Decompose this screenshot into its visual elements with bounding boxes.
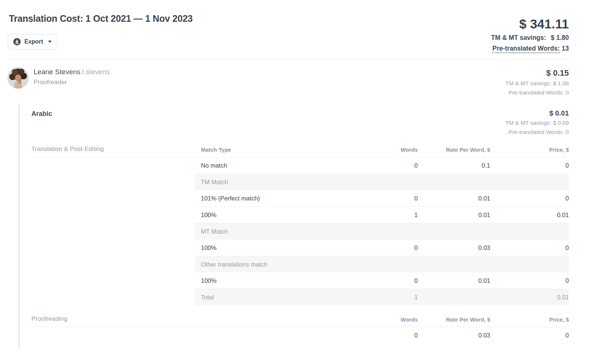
grand-total: $ 341.11 xyxy=(491,17,569,31)
column-header-words: Words xyxy=(337,147,418,153)
match-type-cell: No match xyxy=(195,162,337,169)
language-totals: $ 0.01 TM & MT savings: $ 0.09 Pre-trans… xyxy=(505,109,569,135)
match-group-label: TM Match xyxy=(195,179,337,186)
rate-cell: 0.01 xyxy=(418,212,490,219)
match-type-cell: 100% xyxy=(195,244,337,251)
column-header-price: Price, $ xyxy=(490,316,569,323)
user-tm-mt-savings: TM & MT savings: $ 1.08 xyxy=(505,80,569,87)
match-group-label: Other translations match xyxy=(195,261,337,268)
user-names: Leane Stevens l.stevens Proofreader xyxy=(34,67,110,96)
words-cell: 0 xyxy=(337,162,418,169)
rate-cell: 0.03 xyxy=(418,332,490,339)
user-name: Leane Stevens xyxy=(34,68,81,76)
user-role: Proofreader xyxy=(34,79,110,86)
words-cell: 0 xyxy=(337,244,418,251)
rate-cell: 0.01 xyxy=(418,277,490,284)
table-row: 100% 1 0.01 0.01 xyxy=(195,207,569,223)
words-cell: 0 xyxy=(337,277,418,284)
user-totals: $ 0.15 TM & MT savings: $ 1.08 Pre-trans… xyxy=(505,67,569,96)
service-translation-post-editing: Translation & Post-Editing Match Type Wo… xyxy=(31,145,569,305)
price-cell: 0 xyxy=(490,244,569,251)
tm-mt-savings-label: TM & MT savings: xyxy=(491,34,546,41)
price-cell: 0 xyxy=(490,162,569,169)
match-group-label: MT Match xyxy=(195,228,337,235)
language-header: Arabic $ 0.01 TM & MT savings: $ 0.09 Pr… xyxy=(31,104,569,135)
user-info: Leane Stevens l.stevens Proofreader xyxy=(7,67,110,96)
language-section-arabic: Arabic $ 0.01 TM & MT savings: $ 0.09 Pr… xyxy=(18,104,569,350)
table-header-row: Proofreading Words Rate Per Word, $ Pric… xyxy=(31,315,569,327)
column-header-words: Words xyxy=(337,316,418,323)
translation-cost-report: Translation Cost: 1 Oct 2021 — 1 Nov 202… xyxy=(0,0,591,364)
service-label: Translation & Post-Editing xyxy=(31,145,195,153)
export-label: Export xyxy=(24,38,43,45)
words-cell: 0 xyxy=(337,195,418,202)
rate-cell: 0.1 xyxy=(418,162,490,169)
rate-cell: 0.03 xyxy=(418,244,490,251)
table-body: 0 0.03 0 xyxy=(195,327,569,344)
match-type-cell: 100% xyxy=(195,277,337,284)
user-row: Leane Stevens l.stevens Proofreader $ 0.… xyxy=(7,59,569,96)
match-group-row: Other translations match xyxy=(195,256,569,272)
report-header-totals: $ 341.11 TM & MT savings:$ 1.80 Pre-tran… xyxy=(491,10,569,53)
price-cell: 0.01 xyxy=(490,212,569,219)
language-tm-mt-savings: TM & MT savings: $ 0.09 xyxy=(505,120,569,127)
service-proofreading: Proofreading Words Rate Per Word, $ Pric… xyxy=(31,315,569,344)
words-cell: 1 xyxy=(337,294,418,301)
pretranslated-words-summary: Pre-translated Words:13 xyxy=(491,45,569,53)
table-row: No match 0 0.1 0 xyxy=(195,157,569,174)
price-cell: 0 xyxy=(490,195,569,202)
table-row: 101% (Perfect match) 0 0.01 0 xyxy=(195,190,569,207)
tm-mt-savings-value: $ 1.80 xyxy=(551,34,569,41)
chevron-down-icon xyxy=(48,41,52,43)
pretranslated-words-tooltip[interactable]: Pre-translated Words: xyxy=(492,45,560,53)
tm-mt-savings-summary: TM & MT savings:$ 1.80 xyxy=(491,34,569,42)
download-icon xyxy=(13,38,21,45)
table-row: 0 0.03 0 xyxy=(195,327,569,344)
language-total: $ 0.01 xyxy=(505,109,569,117)
language-name: Arabic xyxy=(31,109,52,135)
column-header-rate: Rate Per Word, $ xyxy=(418,147,490,153)
words-cell: 0 xyxy=(337,332,418,339)
match-group-row: TM Match xyxy=(195,174,569,190)
table-body: No match 0 0.1 0 TM Match 101% (Perfect … xyxy=(195,157,569,305)
words-cell: 1 xyxy=(337,212,418,219)
price-cell: 0 xyxy=(490,332,569,339)
table-row: 100% 0 0.01 0 xyxy=(195,272,569,289)
page-title: Translation Cost: 1 Oct 2021 — 1 Nov 202… xyxy=(9,13,193,24)
match-type-cell: 101% (Perfect match) xyxy=(195,195,337,202)
total-row: Total 1 0.01 xyxy=(195,289,569,305)
total-label: Total xyxy=(195,294,337,301)
price-cell: 0.01 xyxy=(490,294,569,301)
report-header: Translation Cost: 1 Oct 2021 — 1 Nov 202… xyxy=(7,0,569,53)
report-header-left: Translation Cost: 1 Oct 2021 — 1 Nov 202… xyxy=(7,10,193,49)
pretranslated-words-value: 13 xyxy=(562,45,569,52)
rate-cell: 0.01 xyxy=(418,195,490,202)
match-group-row: MT Match xyxy=(195,223,569,240)
column-header-price: Price, $ xyxy=(490,147,569,153)
match-type-cell: 100% xyxy=(195,212,337,219)
column-header-rate: Rate Per Word, $ xyxy=(418,316,490,323)
user-pretranslated-words: Pre-translated Words: 0 xyxy=(505,89,569,96)
language-pretranslated-words: Pre-translated Words: 0 xyxy=(505,129,569,136)
service-label: Proofreading xyxy=(31,315,195,323)
export-button[interactable]: Export xyxy=(8,34,58,49)
price-cell: 0 xyxy=(490,277,569,284)
avatar xyxy=(7,67,29,89)
user-username: l.stevens xyxy=(82,68,110,76)
table-row: 100% 0 0.03 0 xyxy=(195,240,569,256)
column-header-match-type: Match Type xyxy=(195,147,337,153)
table-header-row: Translation & Post-Editing Match Type Wo… xyxy=(31,145,569,157)
user-total: $ 0.15 xyxy=(505,68,569,78)
